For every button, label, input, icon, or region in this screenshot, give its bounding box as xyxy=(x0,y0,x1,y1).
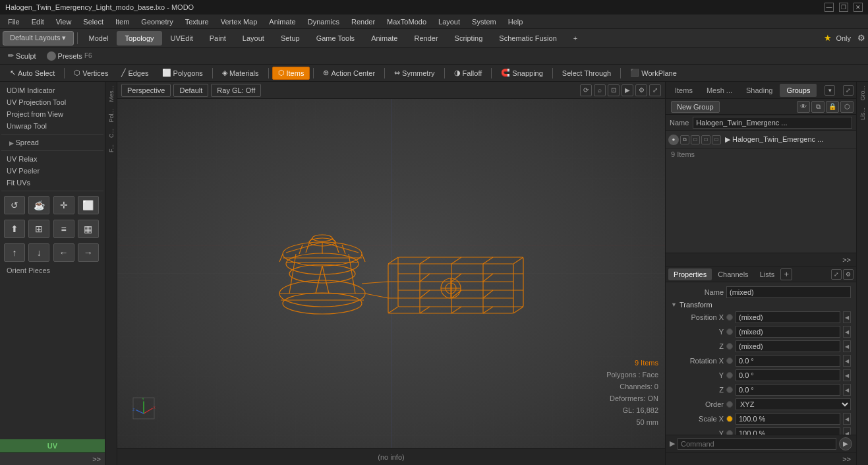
rpb-tab-channels[interactable]: Channels xyxy=(712,268,753,280)
prop-scale-y-dot[interactable] xyxy=(726,430,733,435)
viewport[interactable]: Perspective Default Ray GL: Off ⟳ ⌕ ⊡ ▶ … xyxy=(117,82,665,465)
tool-btn-move[interactable]: ✛ xyxy=(53,196,74,214)
arrow-left[interactable]: ← xyxy=(53,243,74,262)
vp-default-btn[interactable]: Default xyxy=(173,84,208,97)
props-settings-btn[interactable]: ⚙ xyxy=(843,269,854,280)
rp-lock-btn[interactable]: 🔒 xyxy=(826,101,839,113)
tab-uvedit[interactable]: UVEdit xyxy=(163,31,201,46)
prop-order-dot[interactable] xyxy=(726,401,733,408)
uv-label[interactable]: UV xyxy=(0,439,105,452)
bottom-expand-btn[interactable]: >> xyxy=(840,454,854,464)
vp-ray-gl-btn[interactable]: Ray GL: Off xyxy=(211,84,261,97)
menu-system[interactable]: System xyxy=(467,16,502,27)
menu-vertex-map[interactable]: Vertex Map xyxy=(216,16,263,27)
prop-pos-y-dot[interactable] xyxy=(726,328,733,335)
menu-animate[interactable]: Animate xyxy=(264,16,301,27)
workplane-btn[interactable]: ⬛ WorkPlane xyxy=(624,67,683,80)
panel-maximize-btn[interactable]: ⤢ xyxy=(843,85,854,96)
prop-scale-y-input[interactable] xyxy=(736,427,840,435)
prop-pos-z-input[interactable] xyxy=(736,340,840,352)
menu-view[interactable]: View xyxy=(51,16,77,27)
items-btn[interactable]: ⬡ Items xyxy=(272,67,310,80)
rp-expand-btn[interactable]: >> xyxy=(840,255,854,265)
select-through-btn[interactable]: Select Through xyxy=(556,67,617,80)
prop-scale-x-input[interactable] xyxy=(736,413,840,425)
layout-dropdown[interactable]: Default Layouts ▾ xyxy=(3,31,74,46)
prop-scale-x-dot[interactable] xyxy=(726,416,733,422)
tool-unwrap[interactable]: Unwrap Tool xyxy=(1,120,103,132)
vp-icon-frame[interactable]: ⊡ xyxy=(608,84,620,96)
rp-camera-btn[interactable]: ⧉ xyxy=(811,101,825,113)
prop-pos-y-input[interactable] xyxy=(736,326,840,338)
tool-udim-indicator[interactable]: UDIM Indicator xyxy=(1,84,103,96)
rp-tab-shading[interactable]: Shading xyxy=(739,84,779,97)
prop-rot-x-arrow[interactable]: ◀ xyxy=(843,355,851,367)
snapping-btn[interactable]: 🧲 Snapping xyxy=(495,67,549,80)
sculpt-btn[interactable]: ✏ Sculpt xyxy=(4,50,40,61)
props-expand-btn[interactable]: ⤢ xyxy=(831,269,842,280)
menu-item[interactable]: Item xyxy=(110,16,134,27)
vp-icon-settings[interactable]: ⚙ xyxy=(635,84,647,96)
prop-pos-z-arrow[interactable]: ◀ xyxy=(843,340,851,352)
rp-tab-items[interactable]: Items xyxy=(668,84,699,97)
tab-add[interactable]: + xyxy=(565,31,585,46)
prop-rot-z-dot[interactable] xyxy=(726,387,733,393)
symmetry-btn[interactable]: ⇔ Symmetry xyxy=(388,67,441,80)
vp-perspective-btn[interactable]: Perspective xyxy=(121,84,171,97)
close-button[interactable]: ✕ xyxy=(854,3,863,12)
rp-item-icon-1[interactable]: ⧉ xyxy=(680,135,689,144)
rp-tab-mesh[interactable]: Mesh ... xyxy=(700,84,739,97)
prop-pos-x-input[interactable] xyxy=(736,311,840,323)
prop-rot-y-arrow[interactable]: ◀ xyxy=(843,369,851,381)
menu-select[interactable]: Select xyxy=(78,16,109,27)
prop-pos-y-arrow[interactable]: ◀ xyxy=(843,326,851,338)
tool-uv-relax[interactable]: UV Relax xyxy=(1,153,103,165)
expand-btn[interactable]: >> xyxy=(0,452,105,465)
tool-btn-rotate[interactable]: ↺ xyxy=(4,196,25,214)
prop-rot-y-dot[interactable] xyxy=(726,372,733,379)
tool-uv-projection[interactable]: UV Projection Tool xyxy=(1,96,103,108)
prop-pos-x-dot[interactable] xyxy=(726,314,733,321)
tool-btn-cup[interactable]: ☕ xyxy=(28,196,49,214)
vp-icon-rotate[interactable]: ⟳ xyxy=(580,84,592,96)
prop-order-select[interactable]: XYZ xyxy=(736,398,851,410)
tool-fit-uvs[interactable]: Fit UVs xyxy=(1,177,103,189)
prop-scale-x-arrow[interactable]: ◀ xyxy=(843,413,851,425)
prop-scale-y-arrow[interactable]: ◀ xyxy=(843,427,851,435)
vp-icon-render[interactable]: ▶ xyxy=(622,84,633,96)
tab-layout[interactable]: Layout xyxy=(235,31,272,46)
rp-tab-groups[interactable]: Groups xyxy=(780,84,817,97)
tab-paint[interactable]: Paint xyxy=(202,31,234,46)
minimize-button[interactable]: — xyxy=(825,3,834,12)
prop-name-input[interactable] xyxy=(726,286,851,298)
prop-rot-z-arrow[interactable]: ◀ xyxy=(843,384,851,396)
prop-pos-z-dot[interactable] xyxy=(726,343,733,350)
menu-dynamics[interactable]: Dynamics xyxy=(303,16,345,27)
tool-project-view[interactable]: Project from View xyxy=(1,108,103,120)
viewport-canvas[interactable]: X Y Z 9 Items Polygons : Face Channels: … xyxy=(117,99,665,448)
action-center-btn[interactable]: ⊕ Action Center xyxy=(317,67,381,80)
tab-setup[interactable]: Setup xyxy=(273,31,308,46)
menu-render[interactable]: Render xyxy=(346,16,380,27)
menu-texture[interactable]: Texture xyxy=(180,16,214,27)
prop-pos-x-arrow[interactable]: ◀ xyxy=(843,311,851,323)
tab-topology[interactable]: Topology xyxy=(117,31,161,46)
edges-btn[interactable]: ╱ Edges xyxy=(115,67,154,80)
tool-btn-up[interactable]: ⬆ xyxy=(4,220,25,238)
arrow-right[interactable]: → xyxy=(78,243,99,262)
prop-rot-x-input[interactable] xyxy=(736,355,840,367)
tab-schematic[interactable]: Schematic Fusion xyxy=(491,31,564,46)
command-input[interactable] xyxy=(678,438,836,450)
tool-uv-peeler[interactable]: UV Peeler xyxy=(1,165,103,177)
tab-animate[interactable]: Animate xyxy=(363,31,405,46)
menu-edit[interactable]: Edit xyxy=(26,16,49,27)
arrow-down[interactable]: ↓ xyxy=(28,243,49,262)
tool-btn-grid[interactable]: ⊞ xyxy=(28,220,49,238)
menu-help[interactable]: Help xyxy=(503,16,529,27)
tab-render[interactable]: Render xyxy=(406,31,446,46)
prop-transform-title[interactable]: ▼ Transform xyxy=(668,299,854,310)
tool-btn-checker[interactable]: ▦ xyxy=(78,220,99,238)
auto-select-btn[interactable]: ↖ Auto Select xyxy=(4,67,61,80)
panel-expand-btn[interactable]: ▾ xyxy=(825,85,835,96)
tool-btn-lines[interactable]: ≡ xyxy=(53,220,74,238)
